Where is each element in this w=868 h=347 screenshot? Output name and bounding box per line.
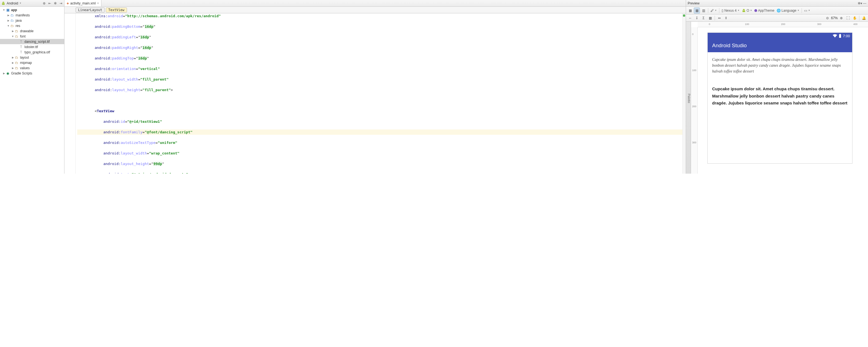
surface-select-icon[interactable]: ▦ <box>687 7 693 13</box>
tree-label: typo_graphica.otf <box>25 50 50 54</box>
project-header: Android ▼ ⊕ ⇤ ✻ ⇥ <box>0 0 64 7</box>
pan-button[interactable]: ✋ <box>851 15 858 21</box>
tree-label: java <box>16 19 22 23</box>
api-label: O <box>747 9 749 12</box>
folder-icon: 🗀 <box>10 18 14 23</box>
expand-arrow-icon[interactable]: ▶ <box>11 67 14 69</box>
tree-row[interactable]: ▶🗀layout <box>0 55 64 60</box>
expand-arrow-icon[interactable]: ▶ <box>11 30 14 32</box>
ruler-vertical: 0100200300 <box>691 27 698 174</box>
variants-dropdown[interactable]: ▭▼ <box>803 7 811 13</box>
hide-icon[interactable]: — <box>863 1 866 5</box>
editor: ◆ activity_main.xml × LinearLayout TextV… <box>64 0 686 174</box>
expand-arrow-icon[interactable]: ▶ <box>2 72 5 75</box>
palette-strip[interactable]: Palette <box>686 22 691 174</box>
tree-row[interactable]: ▶◉Gradle Scripts <box>0 70 64 76</box>
tree-row[interactable]: ▼🗀res <box>0 23 64 28</box>
tree-row[interactable]: ▶🗀values <box>0 65 64 70</box>
tree-label: drawable <box>20 29 34 33</box>
folder-icon: 🗀 <box>14 29 19 33</box>
textview1[interactable]: Cupcake ipsum dolor sit. Amet chupa chup… <box>712 57 848 74</box>
android-icon <box>1 1 5 5</box>
tab-activity-main[interactable]: ◆ activity_main.xml × <box>64 0 101 6</box>
preview-toolbar-secondary: ↔ ↧ Σ ▦ ⇔ ⇕ ⊖ 67% ⊕ ⛶ ✋ 🔔 <box>686 14 868 22</box>
api-dropdown[interactable]: O ▼ <box>741 7 753 13</box>
expand-arrow-icon[interactable]: ▼ <box>11 35 14 38</box>
surface-blueprint-icon[interactable]: ▥ <box>701 7 707 13</box>
device-frame[interactable]: 7:00 Android Studio Cupcake ipsum dolor … <box>708 33 852 163</box>
hide-icon[interactable]: ⇥ <box>59 1 63 5</box>
xml-file-icon: ◆ <box>67 2 69 5</box>
collapse-icon[interactable]: ⇤ <box>48 1 52 5</box>
tree-row[interactable]: Tlobster.ttf <box>0 44 64 50</box>
expand-arrow-icon[interactable]: ▼ <box>7 25 10 27</box>
project-tree[interactable]: ▼▣app▶🗀manifests▶🗀java▼🗀res▶🗀drawable▼🗀f… <box>0 7 64 174</box>
tree-row[interactable]: ▶🗀java <box>0 18 64 23</box>
tree-label: dancing_script.ttf <box>25 40 50 43</box>
theme-dropdown[interactable]: AppTheme <box>753 7 775 13</box>
orientation-dropdown[interactable]: 🖉▼ <box>710 7 718 13</box>
textview2[interactable]: Cupcake ipsum dolor sit. Amet chupa chup… <box>712 85 848 107</box>
folder-icon: 🗀 <box>10 13 14 18</box>
warnings-button[interactable]: 🔔 <box>861 15 867 21</box>
gear-icon[interactable]: ✻ <box>53 1 58 5</box>
globe-icon: 🌐 <box>777 9 781 12</box>
expand-arrow-icon[interactable]: ▶ <box>7 19 10 22</box>
gutter <box>64 13 75 174</box>
zoom-in-button[interactable]: ⊕ <box>838 15 844 21</box>
tree-row[interactable]: Tdancing_script.ttf <box>0 39 64 44</box>
font-file-icon: T <box>19 45 23 49</box>
target-icon[interactable]: ⊕ <box>42 1 46 5</box>
tree-label: font <box>20 34 26 38</box>
expand-arrow-icon[interactable]: ▶ <box>7 14 10 17</box>
preview-toolbar: ▦ ▦ ▥ 🖉▼ ▯ Nexus 4 ▼ O ▼ AppTheme 🌐 Lang… <box>686 7 868 14</box>
gradle-icon: ◉ <box>5 71 10 75</box>
tree-label: res <box>16 24 20 28</box>
zoom-fit-button[interactable]: ⛶ <box>845 15 851 21</box>
tree-label: values <box>20 66 30 70</box>
expand-arrow-icon[interactable]: ▶ <box>11 61 14 64</box>
gear-icon[interactable]: ✻▾ <box>858 1 862 5</box>
project-panel: Android ▼ ⊕ ⇤ ✻ ⇥ ▼▣app▶🗀manifests▶🗀java… <box>0 0 64 174</box>
code-text[interactable]: xmlns:android="http://schemas.android.co… <box>75 13 682 174</box>
surface-design-icon[interactable]: ▦ <box>694 7 700 13</box>
android-icon <box>742 9 746 12</box>
device-dropdown[interactable]: ▯ Nexus 4 ▼ <box>721 7 741 13</box>
preview-panel: Preview ✻▾ — ▦ ▦ ▥ 🖉▼ ▯ Nexus 4 ▼ O ▼ Ap… <box>686 0 868 174</box>
tree-row[interactable]: ▶🗀mipmap <box>0 60 64 65</box>
language-dropdown[interactable]: 🌐 Language ▼ <box>776 7 800 13</box>
preview-title: Preview <box>688 1 700 5</box>
code-area[interactable]: xmlns:android="http://schemas.android.co… <box>64 13 686 174</box>
tree-row[interactable]: ▶🗀manifests <box>0 12 64 18</box>
project-view-dropdown[interactable]: Android ▼ <box>7 1 41 5</box>
tool-grid-icon[interactable]: ▦ <box>707 15 713 21</box>
tree-row[interactable]: ▼▣app <box>0 7 64 12</box>
zoom-out-button[interactable]: ⊖ <box>825 15 831 21</box>
expand-arrow-icon[interactable]: ▼ <box>2 9 5 11</box>
tool-expand-h-icon[interactable]: ⇔ <box>716 15 722 21</box>
tool-arrows-icon[interactable]: ↔ <box>687 15 693 21</box>
tree-label: layout <box>20 56 29 59</box>
tool-sigma-icon[interactable]: Σ <box>701 15 707 21</box>
tool-down-icon[interactable]: ↧ <box>694 15 700 21</box>
project-view-label: Android <box>7 1 18 5</box>
tree-label: Gradle Scripts <box>11 71 32 75</box>
preview-body: Palette 0100200300400 0100200300 7:00 An… <box>686 22 868 174</box>
language-label: Language <box>782 9 796 12</box>
design-surface[interactable]: 0100200300400 0100200300 7:00 Android St… <box>691 22 868 174</box>
tree-row[interactable]: ▼🗀font <box>0 34 64 39</box>
error-stripe[interactable] <box>682 13 686 174</box>
device-appbar: Android Studio <box>708 39 852 52</box>
tree-label: mipmap <box>20 61 32 65</box>
close-icon[interactable]: × <box>97 1 99 5</box>
tree-row[interactable]: Ttypo_graphica.otf <box>0 50 64 55</box>
phone-icon: ▯ <box>721 9 723 12</box>
device-statusbar: 7:00 <box>708 33 852 39</box>
tree-row[interactable]: ▶🗀drawable <box>0 28 64 34</box>
breadcrumb: LinearLayout TextView <box>64 7 686 13</box>
font-file-icon: T <box>19 50 23 55</box>
crumb-linearlayout[interactable]: LinearLayout <box>75 7 105 12</box>
expand-arrow-icon[interactable]: ▶ <box>11 56 14 59</box>
crumb-textview[interactable]: TextView <box>106 7 127 12</box>
tool-expand-v-icon[interactable]: ⇕ <box>723 15 729 21</box>
